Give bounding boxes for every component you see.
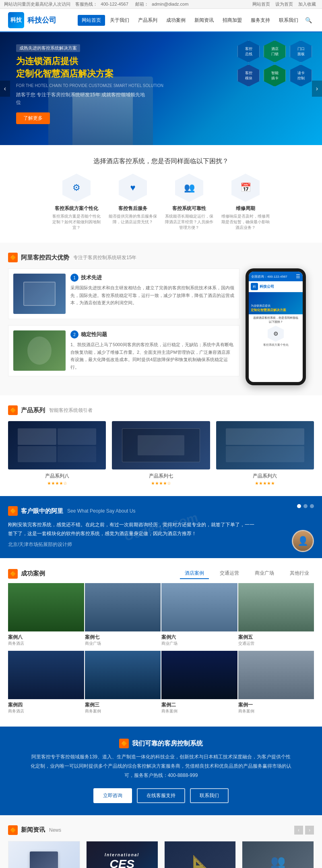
topbar-setdefault-link[interactable]: 设为首页 — [275, 2, 293, 6]
product-img-2 — [112, 421, 210, 469]
news-arrow-left[interactable]: ‹ — [294, 826, 303, 835]
hero-cta-button[interactable]: 了解更多 — [16, 112, 50, 124]
hero-subtitle: 踏客于您 专注于客房控制系统研发15年 成就客控领域领先地位 — [16, 91, 145, 106]
topbar-left: 网站访问量历史最高纪录人次访问 客服热线： 400-122-4567 邮箱： a… — [4, 1, 190, 7]
testimonial-dot-3[interactable] — [310, 504, 314, 508]
case-tab-mall[interactable]: 商业广场 — [250, 568, 279, 579]
hex-6: 读卡控制 — [290, 64, 312, 87]
case-info-4: 案例四 商务酒店 — [8, 699, 84, 716]
cases-icon: 🔶 — [8, 569, 18, 579]
testimonial-dot-1[interactable] — [297, 504, 301, 508]
case-img-4 — [8, 651, 84, 699]
topbar-email[interactable]: admin@diadz.com — [152, 2, 188, 6]
hex-1: 客控总线 — [237, 40, 260, 62]
topbar-home-link[interactable]: 网站首页 — [252, 2, 270, 6]
advantages-left: 1 技术先进 采用国际先进技术和自主研发相结合，建立了完善的客房控制系统技术体系… — [8, 268, 239, 385]
problem-title-2: 客控售后服务 — [109, 205, 157, 212]
cta-icon: 🔶 — [119, 739, 129, 748]
adv-img-placeholder-1 — [13, 274, 66, 314]
case-img-3 — [85, 651, 161, 699]
news-item-2: International CES 3D智控明年电子展先行登场 优先电视新技术 … — [86, 841, 158, 868]
case-cat-8: 商务酒店 — [8, 641, 84, 646]
nav-item-products[interactable]: 产品系列 — [134, 15, 161, 26]
case-tab-traffic[interactable]: 交通运营 — [215, 568, 244, 579]
cases-grid-row1: 案例八 商务酒店 案例七 商业广场 案例六 商业广场 案例五 交通运营 — [0, 583, 322, 649]
case-img-7 — [85, 583, 161, 631]
case-info-7: 案例七 商业广场 — [85, 631, 161, 649]
testimonial-dot-2[interactable] — [303, 504, 308, 508]
hero-hexagons: 客控总线 酒店门锁 门口面板 客控模块 智能插卡 读卡控制 — [237, 40, 314, 87]
case-item-2: 案例二 商务案例 — [161, 651, 237, 716]
avatar-placeholder: 👤 — [293, 531, 313, 551]
products-section-icon: 🔶 — [8, 405, 18, 415]
nav-item-cases[interactable]: 成功案例 — [162, 15, 190, 26]
phone-logo-text: 科技公司 — [260, 284, 274, 289]
phone-screen: 全国咨询：400-122-4567 ☰ 科 科技公司 为连锁酒店提供定制化智慧酒… — [249, 272, 303, 382]
cta-btn-2[interactable]: 在线客服支持 — [137, 788, 185, 803]
news-arrow-right[interactable]: › — [305, 826, 314, 835]
news-product-img — [30, 851, 58, 868]
phone-hero: 为连锁酒店提供定制化智慧酒店解决方案 — [249, 292, 303, 314]
testimonial-title: 客户眼中的阿里 — [21, 507, 63, 515]
advantages-body: 1 技术先进 采用国际先进技术和自主研发相结合，建立了完善的客房控制系统技术体系… — [0, 268, 322, 385]
case-name-7: 案例七 — [85, 634, 161, 641]
cta-btn-3[interactable]: 联系我们 — [190, 788, 229, 803]
hex-5: 智能插卡 — [264, 64, 286, 87]
cta-btn-1[interactable]: 立即咨询 — [93, 788, 132, 803]
cta-header: 🔶 我们可靠的客房控制系统 — [8, 739, 314, 748]
product-stars-2: ★★★★☆ — [112, 481, 210, 486]
product-stars-1: ★★★★☆ — [8, 481, 106, 486]
nav-item-home[interactable]: 网站首页 — [78, 15, 105, 26]
hero-arrow-right[interactable]: › — [312, 81, 322, 97]
case-item-1: 案例一 商务案例 — [238, 651, 314, 716]
phone-problem-text: 选择酒店客控系统，您是否同样面临以下困扰？ — [251, 316, 301, 324]
news-img-bg-4: 👥 — [242, 841, 314, 868]
logo-icon: 科技 — [8, 12, 24, 28]
topbar-phone-label: 客服热线： — [75, 2, 97, 6]
case-tab-other[interactable]: 其他行业 — [285, 568, 314, 579]
adv-text-1: 1 技术先进 采用国际先进技术和自主研发相结合，建立了完善的客房控制系统技术体系… — [70, 274, 234, 314]
mobile-preview-container: 全国咨询：400-122-4567 ☰ 科 科技公司 为连锁酒店提供定制化智慧酒… — [246, 268, 314, 385]
product-name-2: 产品系列七 — [112, 473, 210, 480]
phone-menu-icon: ☰ — [296, 274, 300, 279]
case-info-8: 案例八 商务酒店 — [8, 631, 84, 649]
nav-item-news[interactable]: 新闻资讯 — [190, 15, 218, 26]
testimonial-text: 刚刚安装完客控系统，感觉还不错。在此之前，有过一次前期咨询经历，觉得对方还挺专业… — [8, 521, 258, 538]
nav-item-about[interactable]: 关于我们 — [106, 15, 133, 26]
topbar-phone[interactable]: 400-122-4567 — [101, 2, 128, 6]
nav-item-join[interactable]: 招商加盟 — [219, 15, 246, 26]
case-item-6: 案例六 商业广场 — [161, 583, 237, 649]
problem-item-4: 📅 维修周期 维修响应是否及时，维修周期是否短暂，确保最小影响酒店业务？ — [221, 174, 270, 230]
products-title: 产品系列 — [21, 407, 45, 414]
cases-section: 🔶 成功案例 酒店案例 交通运营 商业广场 其他行业 案例八 商务酒店 案例七 … — [0, 558, 322, 727]
cta-section: 🔶 我们可靠的客房控制系统 阿里客控专于客控领域服务139、道入、生产制造一体化… — [0, 727, 322, 815]
case-item-7: 案例七 商业广场 — [85, 583, 161, 649]
testimonial-author: 北京/天津市场拓展部的设计师 — [8, 541, 314, 548]
products-header: 🔶 产品系列 智能客控系统领引者 — [0, 405, 322, 415]
adv-header-2: 2 稳定性问题 — [70, 330, 234, 338]
testimonial-avatar: 👤 — [292, 530, 314, 552]
problem-hex-1: ⚙ — [62, 174, 91, 202]
nav-item-service[interactable]: 服务支持 — [247, 15, 274, 26]
hero-title-en: FOR THE HOTEL CHAIN TO PROVIDE CUSTOMIZE… — [16, 83, 163, 88]
news-item-4: 👥 银联商场地域地方客控系统为天猫双11 已经 2018-09-06 银联商场智… — [242, 841, 314, 868]
case-info-3: 案例三 商务案例 — [85, 699, 161, 716]
adv-img-2 — [13, 330, 66, 371]
case-img-6 — [161, 583, 237, 631]
phone-hex-container: ⚙ — [251, 326, 301, 342]
adv-item-2: 2 稳定性问题 1、凯悦酒店已上马了5000间客房的客控系统，运行稳定，无缺陷；… — [8, 325, 239, 376]
adv-header-1: 1 技术先进 — [70, 274, 234, 282]
testimonial-section: 🔶 客户眼中的阿里 See What People Say About Us 刚… — [0, 496, 322, 558]
news-title-en: News — [49, 827, 61, 833]
logo-text: 科技公司 — [27, 15, 56, 25]
nav-item-contact[interactable]: 联系我们 — [275, 15, 302, 26]
problem-hex-3: 👥 — [175, 174, 203, 202]
search-icon[interactable]: 🔍 — [303, 15, 314, 25]
case-info-6: 案例六 商业广场 — [161, 631, 237, 649]
problem-title-3: 客控系统可靠性 — [165, 205, 213, 212]
case-tab-hotel[interactable]: 酒店案例 — [180, 568, 209, 579]
topbar-favorite-link[interactable]: 加入收藏 — [298, 2, 316, 6]
product-img-1 — [8, 421, 106, 469]
hero-arrow-left[interactable]: ‹ — [0, 81, 10, 97]
case-item-8: 案例八 商务酒店 — [8, 583, 84, 649]
